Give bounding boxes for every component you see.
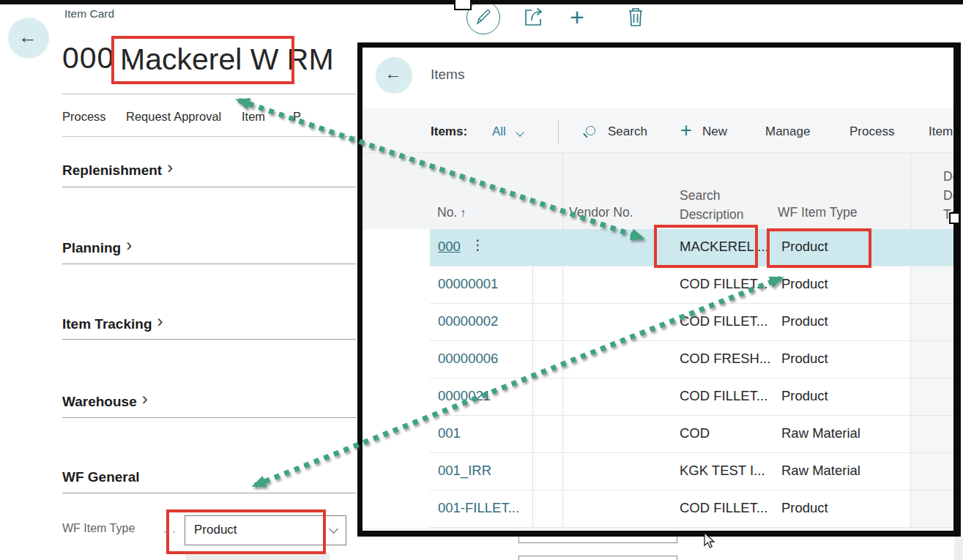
search-description-cell: COD FILLET... <box>680 276 767 292</box>
table-row[interactable]: 001-FILLET... COD FILLET... Product <box>430 490 953 528</box>
divider <box>62 264 356 264</box>
field-dot <box>164 531 166 533</box>
filter-caption: Items: <box>431 124 467 139</box>
menu-item-process[interactable]: Process <box>62 110 106 124</box>
divider <box>62 136 356 137</box>
section-warehouse[interactable]: Warehouse› <box>62 390 148 411</box>
table-row[interactable]: 00000001 COD FILLET... Product <box>430 266 953 304</box>
sort-ascending-icon: ↑ <box>460 206 466 219</box>
search-description-cell: COD FRESH... <box>680 351 770 367</box>
wf-item-type-cell: Product <box>781 500 828 516</box>
window-edge-artifact <box>454 0 472 10</box>
search-description-cell: COD FILLET... <box>680 500 767 516</box>
item-no-link[interactable]: 000 <box>438 239 461 255</box>
trash-icon <box>624 4 647 29</box>
chevron-right-icon: › <box>167 157 173 177</box>
screenshot-root: ← Item Card + 000 · Mackerel W RM Proces… <box>0 0 963 560</box>
column-header-wf-item-type[interactable]: WF Item Type <box>778 205 858 220</box>
chevron-right-icon: › <box>142 389 148 408</box>
column-header-no[interactable]: No.↑ <box>437 205 466 220</box>
chevron-down-icon[interactable] <box>329 524 338 534</box>
back-arrow-icon: ← <box>18 26 37 48</box>
wf-item-type-value: Product <box>194 523 237 537</box>
page-caption: Item Card <box>64 7 114 20</box>
search-description-cell: COD FILLET... <box>680 388 767 404</box>
wf-item-type-cell: Product <box>781 276 828 292</box>
share-icon <box>521 4 546 29</box>
item-no-link[interactable]: 0000021 <box>438 388 491 404</box>
partial-row <box>362 528 953 531</box>
pencil-icon <box>475 9 492 26</box>
manage-menu[interactable]: Manage <box>765 124 810 139</box>
toolbar-divider <box>558 119 559 145</box>
section-item-tracking[interactable]: Item Tracking› <box>62 313 163 333</box>
item-name-title: Mackerel W RM <box>120 42 334 77</box>
search-icon[interactable] <box>586 126 595 135</box>
plus-icon: + <box>570 3 584 31</box>
item-no-link[interactable]: 00000002 <box>438 313 498 329</box>
column-header-search-description[interactable]: SearchDescription <box>680 186 744 224</box>
menu-item-clipped[interactable]: P <box>293 110 301 124</box>
add-button[interactable]: + <box>570 6 584 28</box>
window-title: Items <box>431 67 464 83</box>
back-arrow-icon: ← <box>384 64 401 83</box>
delete-button[interactable] <box>624 4 647 32</box>
filter-value-dropdown[interactable]: All <box>492 124 506 139</box>
search-description-cell: KGK TEST I... <box>680 463 765 479</box>
chevron-right-icon: › <box>157 311 163 331</box>
table-row[interactable]: 001_IRR KGK TEST I... Raw Material <box>430 453 953 490</box>
wf-item-type-cell: Product <box>781 313 828 329</box>
item-no-link[interactable]: 001 <box>438 425 461 441</box>
back-button[interactable]: ← <box>376 57 412 94</box>
item-no-link[interactable]: 001_IRR <box>438 463 491 479</box>
window-top-edge <box>0 0 963 4</box>
share-button[interactable] <box>521 4 546 32</box>
new-action[interactable]: New <box>702 124 727 139</box>
table-row[interactable]: 001 COD Raw Material <box>430 416 953 453</box>
menu-item-request-approval[interactable]: Request Approval <box>126 110 221 124</box>
item-no-link[interactable]: 00000001 <box>438 276 498 292</box>
table-row[interactable]: 00000002 COD FILLET... Product <box>430 304 953 341</box>
mouse-cursor <box>703 532 718 550</box>
wf-item-type-cell: Raw Material <box>781 425 860 441</box>
table-row-selected[interactable]: 000 ⋮ MACKEREL ... Product <box>430 229 953 266</box>
wf-item-type-combobox[interactable]: Product <box>185 515 346 545</box>
scrollbar[interactable] <box>954 537 963 560</box>
wf-item-type-cell: Raw Material <box>781 463 860 479</box>
table-row[interactable]: 00000006 COD FRESH... Product <box>430 341 953 378</box>
column-header-vendor-no[interactable]: Vendor No. <box>569 205 633 220</box>
table-row[interactable]: 0000021 COD FILLET... Product <box>430 378 953 416</box>
row-ellipsis-icon[interactable]: ⋮ <box>471 236 485 253</box>
window-edge-artifact <box>949 212 960 224</box>
field-dot <box>173 531 175 533</box>
back-button[interactable]: ← <box>8 18 49 59</box>
divider <box>62 187 356 187</box>
search-description-cell: COD FILLET... <box>680 313 767 329</box>
wf-item-type-cell: Product <box>781 239 828 255</box>
divider <box>62 94 356 94</box>
divider <box>62 493 356 493</box>
wf-item-type-cell: Product <box>781 351 828 367</box>
divider <box>62 417 356 418</box>
item-no-link[interactable]: 00000006 <box>438 351 498 367</box>
next-field-shade <box>185 553 330 560</box>
search-description-cell: COD <box>680 425 710 441</box>
search-description-cell: MACKEREL ... <box>680 239 769 255</box>
section-planning[interactable]: Planning› <box>62 236 132 257</box>
input-field-partial[interactable] <box>518 556 677 560</box>
process-menu[interactable]: Process <box>849 124 894 139</box>
search-action[interactable]: Search <box>608 124 647 139</box>
item-menu-clipped[interactable]: Item <box>929 124 953 139</box>
chevron-right-icon: › <box>126 235 132 255</box>
section-wf-general[interactable]: WF General <box>62 466 145 486</box>
plus-icon[interactable]: + <box>680 119 692 142</box>
section-replenishment[interactable]: Replenishment› <box>62 159 173 179</box>
menu-item-item[interactable]: Item <box>242 110 265 124</box>
item-no-link[interactable]: 001-FILLET... <box>438 500 519 516</box>
wf-item-type-label: WF Item Type <box>62 522 135 535</box>
wf-item-type-cell: Product <box>781 388 828 404</box>
divider <box>62 339 356 340</box>
items-list-window: ← Items Items: All Search + New Manage P… <box>357 42 961 537</box>
divider <box>362 152 953 153</box>
